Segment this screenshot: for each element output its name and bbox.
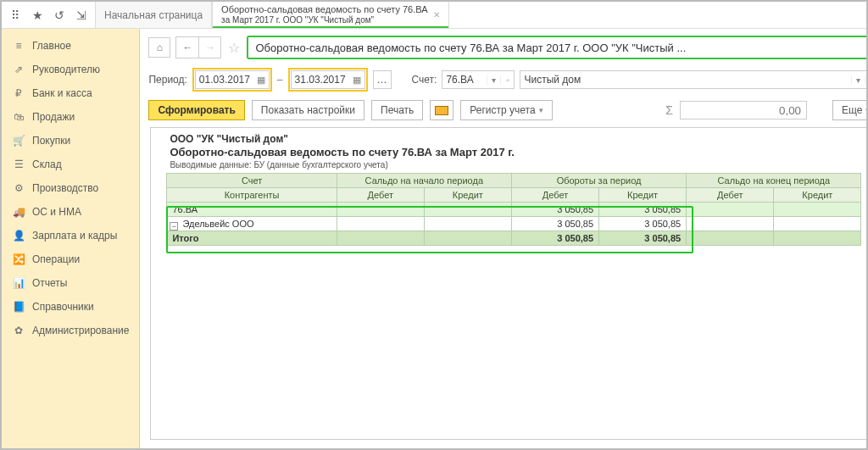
account-combo[interactable]: ▾ ▫ [442,70,515,89]
account-input[interactable] [442,74,487,86]
sidebar-item-purchases[interactable]: 🛒Покупки [2,129,139,153]
settings-icon: ✿ [12,324,25,337]
report-table: Счет Сальдо на начало периода Обороты за… [166,173,861,246]
home-button[interactable]: ⌂ [148,37,170,58]
star-icon[interactable]: ★ [31,8,44,22]
sidebar-item-os[interactable]: 🚚ОС и НМА [2,200,139,224]
pin-icon[interactable]: ⇲ [75,8,88,22]
truck-icon: 🚚 [12,205,25,219]
org-combo[interactable]: ▾ ▫ [520,70,868,89]
open-icon[interactable]: ▫ [865,75,868,85]
back-button[interactable]: ← [176,37,198,58]
sigma-icon: Σ [665,103,673,117]
page-title: Оборотно-сальдовая ведомость по счету 76… [247,36,868,59]
th-turn: Обороты за период [511,174,686,188]
tab-report[interactable]: Оборотно-сальдовая ведомость по счету 76… [212,2,448,28]
nav-back-forward: ← → [175,36,221,58]
menu-icon: ≡ [12,39,25,53]
chart-icon: 📊 [12,276,25,290]
sidebar-item-catalogs[interactable]: 📘Справочники [2,295,139,319]
sidebar-item-director[interactable]: ⇗Руководителю [2,58,139,81]
account-label: Счет: [412,74,437,86]
sidebar-item-main[interactable]: ≡Главное [2,34,139,58]
sidebar-item-bank[interactable]: ₽Банк и касса [2,81,139,105]
bag-icon: 🛍 [12,110,25,124]
sidebar-item-stock[interactable]: ☰Склад [2,153,139,176]
sidebar-item-sales[interactable]: 🛍Продажи [2,105,139,129]
chevron-down-icon: ▾ [539,106,543,114]
run-button[interactable]: Сформировать [148,100,244,120]
report-area: ООО "УК "Чистый дом" Оборотно-сальдовая … [150,127,868,440]
more-button[interactable]: Еще▾ [832,100,868,120]
date-from-wrap: ▦ [192,68,272,92]
tab-home[interactable]: Начальная страница [95,2,212,28]
report-title: Оборотно-сальдовая ведомость по счету 76… [166,145,861,160]
calendar-icon[interactable]: ▦ [253,75,269,86]
email-button[interactable] [430,100,453,120]
forward-button[interactable]: → [198,37,220,58]
sidebar-item-production[interactable]: ⚙Производство [2,176,139,200]
date-from-input[interactable] [196,74,253,86]
table-row[interactable]: 76.ВА 3 050,85 3 050,85 [167,203,861,217]
sidebar-item-admin[interactable]: ✿Администрирование [2,319,139,342]
arrow-up-right-icon: ⇗ [12,63,25,76]
cart-icon: 🛒 [12,134,25,147]
org-input[interactable] [520,74,851,86]
open-icon[interactable]: ▫ [500,75,514,85]
report-company: ООО "УК "Чистый дом" [166,133,861,145]
calendar-icon[interactable]: ▦ [349,75,364,86]
envelope-icon [435,106,448,115]
settings-button[interactable]: Показать настройки [252,100,364,120]
book-icon: 📘 [12,300,25,314]
sidebar: ≡Главное ⇗Руководителю ₽Банк и касса 🛍Пр… [2,29,140,448]
table-total-row: Итого 3 050,85 3 050,85 [167,231,861,246]
print-button[interactable]: Печать [371,100,423,120]
table-row[interactable]: Эдельвейс ООО 3 050,85 3 050,85 [167,217,861,231]
sidebar-item-operations[interactable]: 🔀Операции [2,247,139,271]
th-start: Сальдо на начало периода [337,174,511,188]
sum-field[interactable] [680,101,807,119]
stack-icon: ☰ [12,158,25,171]
dropdown-icon[interactable]: ▾ [851,75,865,85]
th-end: Сальдо на конец периода [687,174,861,188]
apps-icon[interactable]: ⠿ [8,8,22,22]
favorite-icon[interactable]: ☆ [228,40,240,56]
history-icon[interactable]: ↺ [53,8,66,22]
date-to-input[interactable] [292,74,349,86]
top-toolbar: ⠿ ★ ↺ ⇲ Начальная страница Оборотно-саль… [2,2,866,29]
report-subtitle: Выводимые данные: БУ (данные бухгалтерск… [166,160,861,173]
person-icon: 👤 [12,229,25,242]
ruble-icon: ₽ [12,86,25,100]
th-contr: Контрагенты [167,188,337,203]
collapse-icon[interactable]: − [170,222,178,231]
gear-icon: ⚙ [12,181,25,195]
period-picker-button[interactable]: … [373,70,392,89]
sidebar-item-salary[interactable]: 👤Зарплата и кадры [2,224,139,247]
close-icon[interactable]: ✕ [433,10,440,19]
dropdown-icon[interactable]: ▾ [487,75,500,85]
date-to-wrap: ▦ [288,68,368,92]
shuffle-icon: 🔀 [12,253,25,266]
sidebar-item-reports[interactable]: 📊Отчеты [2,271,139,295]
register-button[interactable]: Регистр учета▾ [460,100,552,120]
period-label: Период: [148,74,186,86]
th-account: Счет [167,174,337,188]
